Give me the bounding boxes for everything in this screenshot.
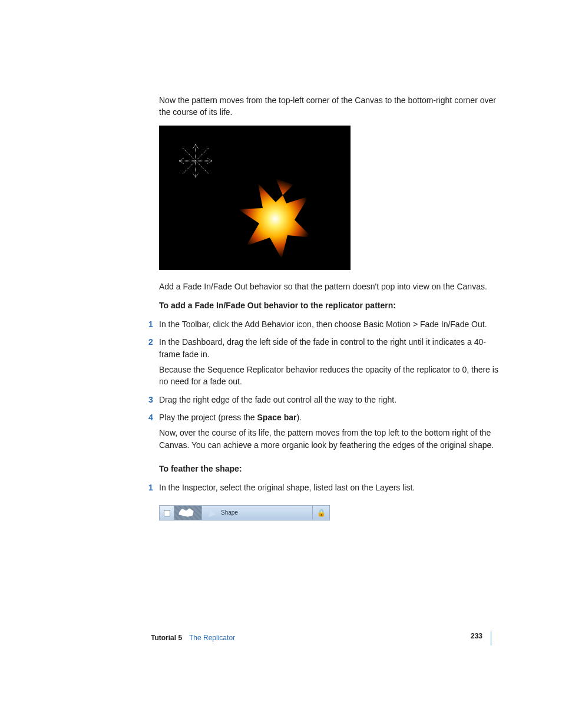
page-footer: Tutorial 5 The Replicator 233 xyxy=(151,631,491,645)
step-item: 4 Play the project (press the Space bar)… xyxy=(159,411,501,457)
starburst-icon xyxy=(229,173,323,267)
step-number: 1 xyxy=(148,482,153,493)
step-text: Drag the right edge of the fade out cont… xyxy=(159,395,396,404)
step-text: In the Toolbar, click the Add Behavior i… xyxy=(159,319,487,329)
step-item: 2 In the Dashboard, drag the left side o… xyxy=(159,336,501,393)
lock-icon: 🔒 xyxy=(317,508,326,518)
step-item: 1 In the Toolbar, click the Add Behavior… xyxy=(159,318,501,336)
layer-thumbnail xyxy=(174,505,201,521)
layer-visibility-cell xyxy=(159,505,174,521)
step-number: 4 xyxy=(148,411,153,423)
layer-lock-cell: 🔒 xyxy=(312,505,330,521)
intro-paragraph-2: Add a Fade In/Fade Out behavior so that … xyxy=(159,281,501,292)
svg-line-9 xyxy=(179,161,184,164)
svg-line-7 xyxy=(196,173,199,177)
step-subtext: Now, over the course of its life, the pa… xyxy=(159,427,501,451)
layer-name-label: Shape xyxy=(221,509,238,518)
step-number: 3 xyxy=(148,394,153,406)
step-text: Play the project (press the Space bar). xyxy=(159,413,302,422)
section-heading-feather: To feather the shape: xyxy=(159,463,501,475)
footer-tutorial-label: Tutorial 5 xyxy=(151,634,182,642)
svg-line-11 xyxy=(207,161,212,164)
step-item: 3 Drag the right edge of the fade out co… xyxy=(159,394,501,411)
step-number: 2 xyxy=(148,336,153,348)
footer-title: The Replicator xyxy=(189,634,235,642)
svg-line-8 xyxy=(179,158,184,161)
feather-steps-list: 1 In the Inspector, select the original … xyxy=(159,482,501,499)
svg-line-5 xyxy=(196,144,199,149)
layer-name-cell: Shape xyxy=(201,505,312,521)
checkbox-icon xyxy=(164,510,170,516)
fade-steps-list: 1 In the Toolbar, click the Add Behavior… xyxy=(159,318,501,457)
canvas-preview-figure xyxy=(159,126,351,270)
step-item: 1 In the Inspector, select the original … xyxy=(159,482,501,499)
intro-paragraph-1: Now the pattern moves from the top-left … xyxy=(159,94,501,118)
layers-list-row: Shape 🔒 xyxy=(159,505,330,521)
step-number: 1 xyxy=(148,318,153,330)
step-subtext: Because the Sequence Replicator behavior… xyxy=(159,364,501,388)
step-text: In the Inspector, select the original sh… xyxy=(159,483,415,492)
svg-marker-12 xyxy=(238,179,312,259)
section-heading-fade: To add a Fade In/Fade Out behavior to th… xyxy=(159,299,501,311)
step-text: In the Dashboard, drag the left side of … xyxy=(159,337,486,358)
footer-page-number: 233 xyxy=(471,631,482,641)
snowflake-icon xyxy=(178,143,213,179)
svg-line-6 xyxy=(193,173,196,177)
svg-line-4 xyxy=(193,144,196,149)
svg-line-10 xyxy=(207,158,212,161)
